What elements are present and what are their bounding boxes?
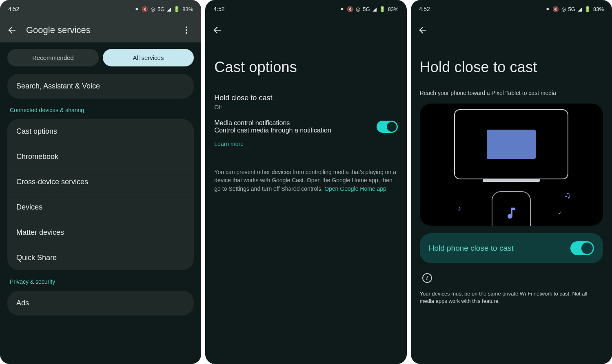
mute-icon: 🔇 (142, 6, 148, 12)
status-icons: ⚭ 🔇 ◎ 5G ◢ 🔋 83% (545, 6, 604, 12)
section-privacy: Privacy & security (10, 278, 193, 285)
battery-text: 83% (593, 6, 604, 12)
signal-icon: ◢ (167, 6, 171, 12)
item-quick-share[interactable]: Quick Share (7, 245, 194, 270)
vpn-icon: ⚭ (135, 6, 139, 12)
item-ads[interactable]: Ads (7, 291, 194, 315)
tab-recommended[interactable]: Recommended (7, 49, 99, 66)
connected-list: Cast options Chromebook Cross-device ser… (7, 119, 194, 270)
setting-subtitle: Control cast media through a notificatio… (214, 127, 370, 134)
page-title: Google services (26, 25, 173, 35)
item-cast-options[interactable]: Cast options (7, 119, 194, 144)
status-time: 4:52 (419, 6, 430, 12)
hold-close-switch[interactable] (570, 241, 594, 255)
status-time: 4:52 (8, 6, 19, 12)
signal-icon: ◢ (373, 6, 377, 12)
music-note-icon: ♫ (563, 190, 572, 201)
arrow-left-icon (213, 26, 222, 35)
setting-title: Media control notifications (214, 119, 370, 127)
status-bar: 4:52 ⚭ 🔇 ◎ 5G ◢ 🔋 83% (205, 0, 406, 18)
app-bar: Google services (0, 18, 201, 42)
arrow-left-icon (419, 26, 428, 35)
item-chromebook[interactable]: Chromebook (7, 144, 194, 170)
section-connected-devices: Connected devices & sharing (10, 107, 193, 113)
content-area: Recommended All services Search, Assista… (0, 42, 201, 364)
more-button[interactable] (178, 22, 195, 38)
battery-text: 83% (182, 6, 193, 12)
tab-pills: Recommended All services (7, 49, 194, 66)
status-bar: 4:52 ⚭ 🔇 ◎ 5G ◢ 🔋 83% (0, 0, 201, 18)
back-button[interactable] (415, 22, 431, 38)
battery-icon: 🔋 (173, 6, 180, 12)
toggle-label: Hold phone close to cast (429, 244, 514, 253)
screen-google-services: 4:52 ⚭ 🔇 ◎ 5G ◢ 🔋 83% Google services Re… (0, 0, 201, 364)
screen-cast-options: 4:52 ⚭ 🔇 ◎ 5G ◢ 🔋 83% Cast options Hold … (205, 0, 406, 364)
page-subtitle: Reach your phone toward a Pixel Tablet t… (420, 90, 603, 96)
vpn-icon: ⚭ (340, 6, 344, 12)
network-label: 5G (568, 6, 575, 12)
more-vert-icon (186, 29, 187, 31)
network-label: 5G (157, 6, 164, 12)
tab-all-services[interactable]: All services (103, 49, 194, 66)
learn-more-link[interactable]: Learn more (214, 141, 244, 147)
item-devices[interactable]: Devices (7, 195, 194, 220)
info-row: i (420, 273, 603, 283)
network-label: 5G (363, 6, 370, 12)
screen-hold-close-to-cast: 4:52 ⚭ 🔇 ◎ 5G ◢ 🔋 83% Hold close to cast… (411, 0, 612, 364)
open-home-app-link[interactable]: Open Google Home app (324, 185, 386, 192)
item-cross-device[interactable]: Cross-device services (7, 170, 194, 195)
cast-illustration: ♪ ♫ ♩ (420, 104, 603, 226)
setting-hold-close[interactable]: Hold close to cast Off (214, 90, 397, 115)
hotspot-icon: ◎ (151, 6, 155, 12)
page-title: Cast options (214, 59, 397, 76)
app-bar (411, 18, 612, 42)
page-title: Hold close to cast (420, 59, 603, 76)
battery-text: 83% (388, 6, 399, 12)
setting-media-notifications[interactable]: Media control notifications Control cast… (214, 115, 397, 137)
music-icon (503, 205, 520, 222)
music-note-icon: ♩ (558, 208, 563, 215)
hold-close-toggle-card[interactable]: Hold phone close to cast (420, 233, 603, 263)
tablet-outline (454, 109, 568, 179)
status-icons: ⚭ 🔇 ◎ 5G ◢ 🔋 83% (340, 6, 398, 12)
info-text: Your devices must be on the same private… (420, 290, 603, 305)
setting-title: Hold close to cast (214, 94, 397, 102)
app-bar (205, 18, 406, 42)
content-area: Hold close to cast Reach your phone towa… (411, 42, 612, 364)
music-note-icon: ♪ (457, 204, 462, 213)
mute-icon: 🔇 (347, 6, 353, 12)
setting-subtitle: Off (214, 104, 397, 110)
content-area: Cast options Hold close to cast Off Medi… (205, 42, 406, 364)
arrow-left-icon (8, 26, 17, 35)
info-icon: i (422, 273, 432, 283)
hotspot-icon: ◎ (561, 6, 566, 12)
body-text: You can prevent other devices from contr… (214, 168, 397, 193)
signal-icon: ◢ (578, 6, 582, 12)
battery-icon: 🔋 (379, 6, 386, 12)
item-matter-devices[interactable]: Matter devices (7, 220, 194, 245)
status-bar: 4:52 ⚭ 🔇 ◎ 5G ◢ 🔋 83% (411, 0, 612, 18)
status-time: 4:52 (213, 6, 224, 12)
vpn-icon: ⚭ (545, 6, 550, 12)
status-icons: ⚭ 🔇 ◎ 5G ◢ 🔋 83% (135, 6, 193, 12)
media-notifications-switch[interactable] (377, 121, 398, 133)
back-button[interactable] (209, 22, 226, 38)
search-assistant-voice-card[interactable]: Search, Assistant & Voice (7, 74, 194, 99)
battery-icon: 🔋 (584, 6, 591, 12)
phone-outline (492, 191, 531, 226)
hotspot-icon: ◎ (356, 6, 360, 12)
back-button[interactable] (4, 22, 20, 38)
mute-icon: 🔇 (552, 6, 559, 12)
privacy-list: Ads (7, 291, 194, 315)
tablet-screen (487, 130, 536, 159)
